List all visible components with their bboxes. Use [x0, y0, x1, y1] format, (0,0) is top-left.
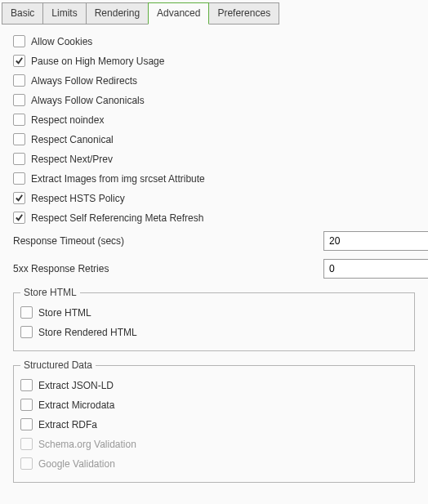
- tab-advanced[interactable]: Advanced: [148, 2, 209, 25]
- structured-data-checkbox[interactable]: [20, 379, 33, 391]
- option-checkbox[interactable]: [13, 55, 25, 67]
- option-checkbox[interactable]: [13, 114, 25, 126]
- option-checkbox[interactable]: [13, 35, 25, 47]
- structured-data-label: Extract RDFa: [38, 419, 97, 430]
- option-row: Extract Images from img srcset Attribute: [13, 172, 415, 185]
- store-html-legend: Store HTML: [20, 287, 80, 298]
- structured-data-label: Google Validation: [38, 458, 115, 470]
- response-timeout-row: Response Timeout (secs): [13, 231, 415, 251]
- structured-data-checkbox: [20, 457, 33, 470]
- response-timeout-label: Response Timeout (secs): [13, 235, 323, 247]
- option-label: Respect Next/Prev: [31, 154, 113, 165]
- store-html-row: Store Rendered HTML: [20, 326, 408, 338]
- retries-spinner[interactable]: [323, 259, 415, 279]
- option-label: Respect noindex: [31, 114, 104, 126]
- tab-basic[interactable]: Basic: [2, 2, 43, 25]
- option-label: Always Follow Redirects: [31, 75, 137, 87]
- option-checkbox[interactable]: [13, 94, 25, 106]
- tab-limits[interactable]: Limits: [42, 2, 86, 25]
- tab-bar: BasicLimitsRenderingAdvancedPreferences: [0, 0, 428, 24]
- structured-data-legend: Structured Data: [20, 359, 96, 371]
- option-label: Allow Cookies: [31, 36, 92, 47]
- structured-data-checkbox: [20, 438, 33, 450]
- structured-data-row: Extract Microdata: [20, 399, 408, 411]
- option-label: Pause on High Memory Usage: [31, 56, 164, 67]
- option-label: Respect HSTS Policy: [31, 193, 125, 204]
- store-html-checkbox[interactable]: [20, 306, 33, 319]
- structured-data-label: Schema.org Validation: [38, 439, 136, 450]
- structured-data-checkbox[interactable]: [20, 418, 33, 430]
- retries-row: 5xx Response Retries: [13, 259, 415, 279]
- retries-input[interactable]: [323, 259, 428, 279]
- option-checkbox[interactable]: [13, 153, 25, 165]
- tab-rendering[interactable]: Rendering: [86, 2, 149, 25]
- option-row: Respect noindex: [13, 114, 415, 126]
- option-checkbox[interactable]: [13, 172, 25, 185]
- option-row: Allow Cookies: [13, 35, 415, 47]
- structured-data-checkbox[interactable]: [20, 399, 33, 411]
- structured-data-label: Extract Microdata: [38, 399, 114, 411]
- structured-data-label: Extract JSON-LD: [38, 380, 114, 391]
- option-row: Respect HSTS Policy: [13, 192, 415, 204]
- store-html-row: Store HTML: [20, 306, 408, 319]
- option-row: Pause on High Memory Usage: [13, 55, 415, 67]
- option-row: Respect Next/Prev: [13, 153, 415, 165]
- option-label: Extract Images from img srcset Attribute: [31, 173, 205, 185]
- option-row: Always Follow Redirects: [13, 74, 415, 87]
- option-row: Always Follow Canonicals: [13, 94, 415, 106]
- store-html-checkbox[interactable]: [20, 326, 33, 338]
- structured-data-row: Extract JSON-LD: [20, 379, 408, 391]
- option-row: Respect Self Referencing Meta Refresh: [13, 212, 415, 224]
- option-row: Respect Canonical: [13, 133, 415, 145]
- advanced-panel: Allow CookiesPause on High Memory UsageA…: [0, 24, 428, 499]
- option-checkbox[interactable]: [13, 133, 25, 145]
- option-checkbox[interactable]: [13, 192, 25, 204]
- option-label: Always Follow Canonicals: [31, 95, 145, 106]
- store-html-group: Store HTML Store HTMLStore Rendered HTML: [13, 287, 415, 351]
- structured-data-row: Schema.org Validation: [20, 438, 408, 450]
- response-timeout-input[interactable]: [323, 231, 428, 251]
- option-checkbox[interactable]: [13, 212, 25, 224]
- retries-label: 5xx Response Retries: [13, 263, 323, 274]
- store-html-label: Store HTML: [38, 307, 91, 319]
- structured-data-row: Google Validation: [20, 457, 408, 470]
- tab-preferences[interactable]: Preferences: [208, 2, 279, 25]
- structured-data-row: Extract RDFa: [20, 418, 408, 430]
- option-checkbox[interactable]: [13, 74, 25, 87]
- response-timeout-spinner[interactable]: [323, 231, 415, 251]
- structured-data-group: Structured Data Extract JSON-LDExtract M…: [13, 359, 415, 483]
- store-html-label: Store Rendered HTML: [38, 327, 137, 338]
- option-label: Respect Canonical: [31, 134, 114, 145]
- option-label: Respect Self Referencing Meta Refresh: [31, 212, 203, 224]
